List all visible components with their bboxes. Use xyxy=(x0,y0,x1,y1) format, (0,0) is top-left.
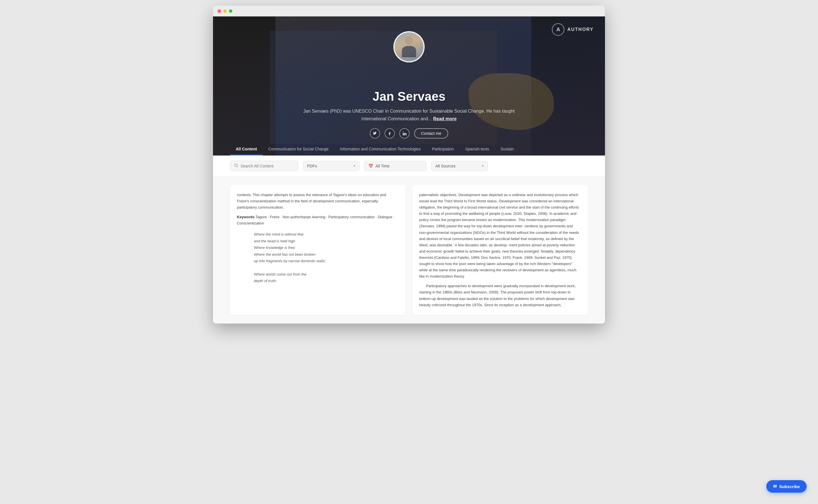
subscribe-button[interactable]: ✉ Subscribe xyxy=(766,480,807,493)
filter-label: PDFs xyxy=(307,164,317,168)
tab-spanish[interactable]: Spanish texts xyxy=(460,143,495,156)
avatar-image xyxy=(395,32,423,61)
avatar xyxy=(393,31,425,62)
calendar-icon: 📅 xyxy=(368,164,373,168)
tab-ict[interactable]: Information and Communication Technologi… xyxy=(334,143,426,156)
subscribe-label: Subscribe xyxy=(779,484,800,489)
tab-all-content[interactable]: All Content xyxy=(230,143,263,156)
social-links: Contact me xyxy=(298,128,520,138)
author-name: Jan Servaes xyxy=(298,89,520,104)
chevron-down-icon: ▾ xyxy=(354,164,355,168)
filter-dropdown[interactable]: PDFs ▾ xyxy=(303,161,360,171)
tabs-bar: All Content Communication for Social Cha… xyxy=(213,141,605,156)
toolbar: PDFs ▾ 📅 All Time All Sources ▾ xyxy=(213,156,605,177)
article-left-intro: contexts. This chapter attempts to asses… xyxy=(237,192,399,211)
article-left-keywords: Keywords Tagore · Freire · Non-authorita… xyxy=(237,214,399,226)
twitter-icon[interactable] xyxy=(370,128,380,138)
article-card-left: contexts. This chapter attempts to asses… xyxy=(230,185,406,315)
authory-logo[interactable]: A AUTHORY xyxy=(552,23,593,36)
articles-grid: contexts. This chapter attempts to asses… xyxy=(213,177,605,324)
linkedin-icon[interactable] xyxy=(399,128,410,138)
avatar-head xyxy=(405,36,413,45)
contact-me-button[interactable]: Contact me xyxy=(414,128,448,138)
tab-participation[interactable]: Participation xyxy=(426,143,460,156)
mural-decoration-left xyxy=(213,16,276,156)
content-area: PDFs ▾ 📅 All Time All Sources ▾ contexts… xyxy=(213,156,605,324)
article-left-verse: Where the mind is without fear and the h… xyxy=(237,231,399,284)
date-dropdown[interactable]: 📅 All Time xyxy=(364,161,427,171)
close-dot[interactable] xyxy=(218,9,221,13)
tab-sustain[interactable]: Sustain xyxy=(495,143,519,156)
date-label: All Time xyxy=(376,164,390,168)
svg-line-1 xyxy=(237,166,238,167)
search-box[interactable] xyxy=(230,161,298,171)
search-icon xyxy=(234,163,238,168)
subscribe-icon: ✉ xyxy=(773,484,777,489)
facebook-icon[interactable] xyxy=(385,128,395,138)
article-right-text1: paternalistic objectives. Development wa… xyxy=(419,192,581,280)
avatar-silhouette xyxy=(402,36,416,57)
authory-icon-circle: A xyxy=(552,23,564,36)
svg-point-0 xyxy=(235,164,238,167)
fullscreen-dot[interactable] xyxy=(229,9,232,13)
browser-chrome xyxy=(213,6,605,16)
sources-dropdown[interactable]: All Sources ▾ xyxy=(431,161,488,171)
sources-label: All Sources xyxy=(435,164,456,168)
author-bio: Jan Servaes (PhD) was UNESCO Chair in Co… xyxy=(298,108,520,123)
authory-name: AUTHORY xyxy=(567,27,593,32)
hero-content: Jan Servaes Jan Servaes (PhD) was UNESCO… xyxy=(298,89,520,138)
article-right-text2: Participatory approaches to development … xyxy=(419,283,581,308)
tab-communication[interactable]: Communication for Social Change xyxy=(263,143,334,156)
read-more-link[interactable]: Read more xyxy=(433,116,457,121)
browser-window: A AUTHORY Jan Servaes Jan Servaes (PhD) … xyxy=(213,6,605,324)
hero-section: A AUTHORY Jan Servaes Jan Servaes (PhD) … xyxy=(213,16,605,156)
search-input[interactable] xyxy=(241,164,294,168)
bio-text: Jan Servaes (PhD) was UNESCO Chair in Co… xyxy=(303,109,515,121)
article-card-right: paternalistic objectives. Development wa… xyxy=(412,185,588,315)
minimize-dot[interactable] xyxy=(223,9,227,13)
authory-letter: A xyxy=(556,27,560,33)
sources-chevron-icon: ▾ xyxy=(482,164,484,168)
avatar-body xyxy=(402,46,416,57)
